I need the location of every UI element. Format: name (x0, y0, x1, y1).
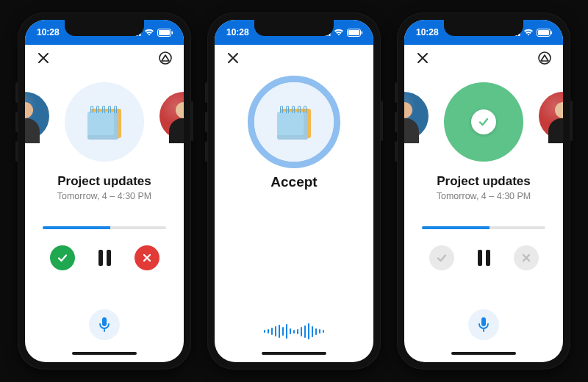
hero (215, 74, 373, 170)
wifi-icon (144, 29, 154, 36)
content-area: Project updates Tomorrow, 4 – 4:30 PM (404, 71, 563, 352)
voice-waveform (264, 324, 325, 345)
check-badge (471, 109, 496, 134)
notch (65, 20, 144, 36)
svg-rect-8 (102, 317, 107, 326)
pause-button[interactable] (98, 250, 111, 266)
home-indicator[interactable] (215, 352, 373, 362)
event-title: Project updates (57, 174, 151, 189)
mic-icon (98, 317, 111, 333)
participant-avatar-left (25, 92, 49, 140)
event-illustration (254, 82, 334, 162)
waveform-bar (290, 328, 292, 334)
close-button[interactable] (223, 48, 243, 68)
waveform-bar (297, 329, 299, 334)
screen: 10:28 (25, 20, 184, 362)
mic-button[interactable] (468, 309, 499, 340)
header-bar (25, 45, 184, 71)
svg-rect-23 (551, 31, 553, 34)
home-indicator[interactable] (25, 352, 184, 362)
status-time: 10:28 (226, 27, 249, 37)
voice-command-label: Accept (270, 174, 317, 190)
participant-avatar-right (159, 92, 184, 140)
svg-rect-22 (538, 30, 549, 35)
waveform-bar (282, 327, 284, 336)
waveform-bar (312, 326, 314, 337)
success-indicator (444, 82, 523, 162)
waveform-bar (308, 323, 310, 339)
decline-button-disabled (514, 245, 539, 270)
battery-icon (537, 29, 553, 37)
home-indicator[interactable] (404, 352, 563, 362)
check-icon (477, 115, 490, 129)
waveform-bar (279, 325, 281, 338)
close-icon (417, 52, 429, 64)
participant-avatar-left (404, 92, 429, 140)
wifi-icon (523, 29, 534, 36)
event-time: Tomorrow, 4 – 4:30 PM (437, 191, 531, 201)
header-bar (215, 45, 373, 71)
svg-rect-6 (172, 31, 173, 34)
waveform-bar (319, 329, 321, 334)
waveform-bar (301, 327, 303, 336)
svg-rect-5 (159, 30, 170, 35)
event-time: Tomorrow, 4 – 4:30 PM (57, 191, 152, 201)
check-icon (57, 252, 68, 264)
action-row (404, 245, 563, 270)
waveform-bar (304, 325, 306, 338)
accept-button-disabled (429, 245, 454, 270)
hero (25, 74, 184, 170)
event-illustration (65, 82, 144, 162)
status-time: 10:28 (37, 27, 60, 37)
header-bar (404, 45, 563, 71)
phone-frame: 10:28 (397, 12, 570, 370)
hero (404, 74, 563, 170)
check-icon (436, 252, 448, 264)
notch (444, 20, 523, 36)
playback-progress[interactable] (43, 226, 166, 229)
x-icon (521, 253, 531, 263)
phone-frame: 10:28 Accep (207, 12, 381, 370)
svg-point-24 (539, 52, 551, 64)
close-icon (37, 52, 49, 64)
participant-avatar-right (539, 92, 563, 140)
close-button[interactable] (34, 48, 53, 68)
notepad-icon (276, 104, 312, 140)
wifi-icon (334, 29, 344, 36)
content-area: Accept (215, 71, 373, 352)
content-area: Project updates Tomorrow, 4 – 4:30 PM (25, 71, 184, 352)
waveform-bar (286, 324, 288, 339)
accept-button[interactable] (50, 245, 75, 270)
cast-icon (538, 51, 551, 65)
waveform-bar (323, 330, 325, 333)
notepad-icon (86, 104, 123, 140)
close-button[interactable] (413, 48, 432, 68)
svg-point-7 (159, 52, 171, 64)
cast-button[interactable] (535, 48, 554, 68)
waveform-bar (275, 326, 277, 336)
status-time: 10:28 (416, 27, 439, 37)
screen: 10:28 (404, 20, 563, 362)
svg-rect-25 (481, 317, 486, 326)
x-icon (142, 253, 152, 263)
battery-icon (157, 29, 173, 37)
cast-button[interactable] (156, 48, 175, 68)
waveform-bar (293, 330, 295, 334)
mic-button[interactable] (89, 309, 120, 340)
notch (254, 20, 334, 36)
action-row (25, 245, 184, 270)
progress-fill (422, 226, 490, 229)
event-title: Project updates (437, 174, 531, 189)
waveform-bar (264, 330, 266, 333)
svg-rect-16 (362, 31, 363, 34)
waveform-bar (271, 328, 273, 335)
footer (468, 309, 499, 345)
svg-rect-15 (348, 30, 359, 35)
pause-button[interactable] (478, 250, 490, 266)
waveform-bar (268, 329, 270, 334)
phone-frame: 10:28 (18, 12, 191, 370)
footer (89, 309, 120, 345)
decline-button[interactable] (135, 245, 159, 270)
playback-progress[interactable] (422, 226, 545, 229)
progress-fill (43, 226, 110, 229)
